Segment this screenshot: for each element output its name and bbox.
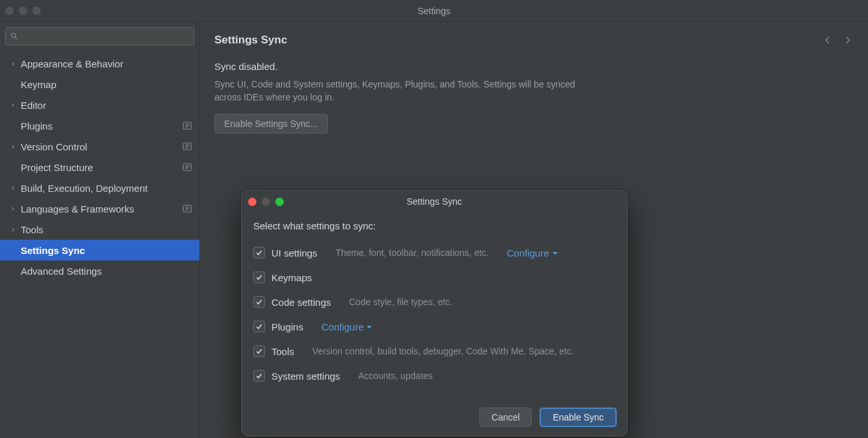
sync-option-label: Plugins (271, 321, 303, 332)
chevron-right-icon: › (9, 204, 17, 213)
sync-option-label: UI settings (271, 248, 317, 259)
chevron-down-icon (366, 321, 372, 332)
sidebar-item-tools[interactable]: ›Tools (0, 219, 200, 240)
configure-link[interactable]: Configure (321, 321, 372, 332)
chevron-right-icon: › (9, 183, 17, 192)
configure-link-label: Configure (507, 248, 549, 259)
enable-sync-button[interactable]: Enable Sync (540, 408, 617, 427)
sync-option-row: UI settingsTheme, font, toolbar, notific… (253, 240, 615, 265)
nav-forward-icon[interactable] (842, 34, 854, 46)
sidebar-item-label: Tools (21, 224, 43, 235)
sidebar-item-appearance-behavior[interactable]: ›Appearance & Behavior (0, 53, 200, 74)
sync-option-row: PluginsConfigure (253, 314, 615, 339)
sidebar-item-build-execution-deployment[interactable]: ›Build, Execution, Deployment (0, 178, 200, 198)
cancel-button[interactable]: Cancel (479, 408, 532, 427)
sidebar-item-advanced-settings[interactable]: ›Advanced Settings (0, 260, 200, 281)
project-badge-icon (183, 121, 192, 130)
enable-settings-sync-button[interactable]: Enable Settings Sync... (214, 114, 328, 133)
configure-link-label: Configure (321, 321, 363, 332)
checkbox[interactable] (253, 296, 265, 308)
nav-back-icon[interactable] (821, 34, 833, 46)
sidebar-item-settings-sync[interactable]: ›Settings Sync (0, 240, 200, 260)
sidebar-item-label: Languages & Frameworks (21, 203, 134, 214)
search-icon (10, 32, 19, 41)
configure-link[interactable]: Configure (507, 248, 558, 259)
sidebar-item-label: Version Control (21, 141, 87, 152)
sidebar-item-editor[interactable]: ›Editor (0, 95, 200, 115)
sidebar-item-label: Advanced Settings (21, 266, 102, 277)
checkbox[interactable] (253, 370, 265, 382)
checkbox[interactable] (253, 271, 265, 283)
dialog-minimize-icon (262, 198, 270, 206)
checkbox[interactable] (253, 345, 265, 357)
dialog-title: Settings Sync (248, 196, 621, 207)
sidebar-item-project-structure[interactable]: ›Project Structure (0, 157, 200, 178)
project-badge-icon (183, 163, 192, 172)
settings-tree: ›Appearance & Behavior›Keymap›Editor›Plu… (0, 51, 200, 438)
sync-option-label: Tools (271, 346, 294, 357)
content-heading: Settings Sync (214, 34, 287, 47)
sync-option-label: Keymaps (271, 272, 312, 283)
chevron-right-icon: › (9, 142, 17, 151)
sync-option-label: Code settings (271, 297, 331, 308)
settings-sidebar: ›Appearance & Behavior›Keymap›Editor›Plu… (0, 22, 200, 438)
sync-option-hint: Code style, file types, etc. (349, 297, 453, 307)
settings-search-box[interactable] (5, 27, 194, 45)
sync-option-hint: Theme, font, toolbar, notifications, etc… (336, 248, 489, 258)
chevron-right-icon: › (9, 100, 17, 110)
chevron-right-icon: › (9, 225, 17, 234)
chevron-down-icon (552, 248, 558, 259)
sync-option-row: System settingsAccounts, updates (253, 363, 615, 388)
sidebar-item-languages-frameworks[interactable]: ›Languages & Frameworks (0, 198, 200, 219)
sidebar-item-label: Appearance & Behavior (21, 58, 123, 69)
sync-option-row: Keymaps (253, 265, 615, 290)
checkbox[interactable] (253, 247, 265, 259)
close-window-icon[interactable] (5, 6, 14, 15)
sync-option-row: Code settingsCode style, file types, etc… (253, 290, 615, 314)
chevron-right-icon: › (9, 59, 17, 68)
sidebar-item-label: Keymap (21, 79, 56, 90)
sidebar-item-version-control[interactable]: ›Version Control (0, 136, 200, 157)
project-badge-icon (183, 204, 192, 213)
window-titlebar: Settings (0, 0, 868, 22)
sync-option-label: System settings (271, 371, 340, 382)
maximize-window-icon[interactable] (32, 6, 41, 15)
settings-sync-dialog: Settings Sync Select what settings to sy… (241, 190, 628, 437)
sidebar-item-label: Editor (21, 100, 46, 111)
sidebar-item-label: Build, Execution, Deployment (21, 183, 148, 194)
sync-description: Sync UI, Code and System settings, Keyma… (214, 78, 590, 104)
sidebar-item-label: Project Structure (21, 162, 93, 173)
dialog-prompt: Select what settings to sync: (253, 218, 615, 231)
sync-option-hint: Accounts, updates (358, 371, 433, 381)
dialog-close-icon[interactable] (248, 198, 257, 206)
sync-status: Sync disabled. (214, 61, 854, 72)
dialog-maximize-icon[interactable] (275, 198, 284, 206)
sync-option-hint: Version control, build tools, debugger, … (312, 346, 574, 356)
checkbox[interactable] (253, 321, 265, 332)
project-badge-icon (183, 142, 192, 151)
window-title: Settings (5, 6, 863, 16)
minimize-window-icon[interactable] (19, 6, 27, 15)
settings-search-input[interactable] (21, 32, 190, 41)
sidebar-item-keymap[interactable]: ›Keymap (0, 74, 200, 95)
sidebar-item-label: Settings Sync (21, 245, 85, 256)
dialog-titlebar: Settings Sync (242, 190, 627, 213)
sync-option-row: ToolsVersion control, build tools, debug… (253, 339, 615, 363)
sidebar-item-label: Plugins (21, 121, 52, 132)
sidebar-item-plugins[interactable]: ›Plugins (0, 115, 200, 136)
